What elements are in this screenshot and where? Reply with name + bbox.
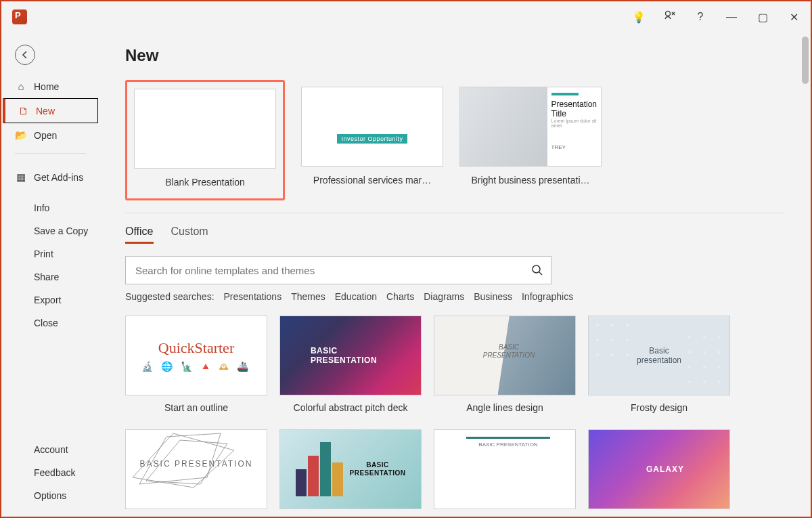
sidebar-item-label: Open (34, 130, 57, 141)
template-galaxy[interactable]: GALAXY Galaxy presentation (588, 429, 730, 517)
home-icon: ⌂ (15, 81, 27, 92)
app-window: 💡 ? — ▢ ✕ ⌂ Home 🗋 New 📂 Op (0, 0, 812, 518)
maximize-icon[interactable]: ▢ (757, 11, 769, 24)
template-caption: Dividend design (434, 516, 576, 517)
template-thumb: Basicpresentation (588, 316, 730, 395)
template-blank[interactable]: Blank Presentation (134, 89, 276, 188)
template-thumb: BASICPRESENTATION (279, 429, 422, 509)
template-thumb: QuickStarter 🔬 🌐 🗽 🔺 🕰 🚢 (125, 316, 267, 395)
sidebar-item-label: Save a Copy (34, 225, 88, 236)
template-angle[interactable]: BASICPRESENTATION Angle lines design (434, 316, 576, 413)
scrollbar[interactable] (798, 33, 811, 517)
template-quickstarter[interactable]: QuickStarter 🔬 🌐 🗽 🔺 🕰 🚢 Start an outlin… (125, 316, 267, 413)
sidebar-item-label: Close (34, 318, 58, 328)
template-caption: Minimalist presentation (125, 516, 267, 517)
sidebar-item-account[interactable]: Account (1, 438, 99, 461)
search-button[interactable] (528, 261, 546, 279)
suggested-link[interactable]: Business (474, 291, 512, 302)
template-colorful[interactable]: BASICPRESENTATION Colorful abstract pitc… (279, 316, 422, 413)
suggested-link[interactable]: Diagrams (424, 291, 464, 302)
template-caption: Galaxy presentation (588, 516, 730, 517)
svg-point-1 (533, 265, 540, 273)
template-caption: Bright business presentati… (471, 175, 589, 186)
sidebar-item-new[interactable]: 🗋 New (3, 98, 98, 123)
titlebar: 💡 ? — ▢ ✕ (1, 1, 811, 33)
tab-office[interactable]: Office (125, 225, 154, 244)
sidebar-item-savecopy[interactable]: Save a Copy (1, 219, 99, 242)
sidebar-item-label: Print (34, 249, 53, 259)
suggested-link[interactable]: Themes (291, 291, 325, 302)
template-architecture[interactable]: BASICPRESENTATION Architecture pitch dec… (279, 429, 422, 517)
template-caption: Colorful abstract pitch deck (279, 402, 422, 413)
sidebar-item-label: Info (34, 202, 49, 213)
addins-icon: ▦ (15, 171, 27, 184)
template-caption: Angle lines design (434, 402, 576, 413)
sidebar-item-close[interactable]: Close (1, 311, 99, 334)
template-bright[interactable]: Presentation Title Lorem ipsum dolor sit… (459, 87, 602, 186)
suggested-link[interactable]: Charts (386, 291, 414, 302)
sidebar-item-label: New (36, 106, 55, 116)
sidebar-item-label: Get Add-ins (34, 172, 83, 183)
suggested-searches: Suggested searches: Presentations Themes… (125, 291, 811, 302)
sidebar-item-home[interactable]: ⌂ Home (1, 74, 99, 98)
template-professional[interactable]: GENERAL SERVICES MARKETING PLAN Investor… (301, 87, 443, 186)
new-icon: 🗋 (17, 105, 29, 116)
sidebar-item-feedback[interactable]: Feedback (1, 461, 99, 484)
search-input[interactable] (125, 256, 551, 284)
sidebar-item-export[interactable]: Export (1, 288, 99, 311)
highlight-blank: Blank Presentation (125, 80, 285, 200)
sidebar: ⌂ Home 🗋 New 📂 Open ▦ Get Add-ins Info (1, 33, 99, 517)
sidebar-item-share[interactable]: Share (1, 265, 99, 288)
sidebar-item-label: Options (34, 490, 66, 501)
template-thumb: Presentation Title Lorem ipsum dolor sit… (459, 87, 602, 167)
template-thumb: GENERAL SERVICES MARKETING PLAN Investor… (301, 87, 443, 167)
template-thumb (134, 89, 276, 169)
template-caption: Start an outline (125, 402, 267, 413)
template-thumb: BASICPRESENTATION (434, 316, 576, 395)
sidebar-item-open[interactable]: 📂 Open (1, 123, 99, 148)
back-button[interactable] (15, 45, 35, 65)
page-title: New (125, 46, 811, 65)
template-caption: Architecture pitch deck (279, 516, 422, 517)
open-icon: 📂 (15, 129, 27, 142)
minimize-icon[interactable]: — (725, 11, 738, 23)
sidebar-item-getaddins[interactable]: ▦ Get Add-ins (1, 165, 99, 190)
svg-line-2 (539, 272, 542, 275)
lightbulb-icon[interactable]: 💡 (632, 11, 644, 24)
template-thumb: GALAXY (588, 429, 730, 509)
suggested-label: Suggested searches: (125, 291, 215, 302)
sidebar-item-label: Share (34, 272, 59, 282)
coming-soon-icon[interactable] (663, 9, 675, 25)
sidebar-item-label: Home (34, 81, 59, 92)
template-minimalist[interactable]: BASIC PRESENTATION Minimalist presentati… (125, 429, 267, 517)
template-thumb: BASIC PRESENTATION (125, 429, 267, 509)
template-thumb: BASICPRESENTATION (279, 316, 422, 395)
sidebar-item-label: Feedback (34, 467, 75, 478)
close-window-icon[interactable]: ✕ (788, 11, 800, 24)
sidebar-item-label: Export (34, 295, 61, 305)
svg-point-0 (666, 12, 671, 16)
sidebar-item-label: Account (34, 444, 68, 455)
content: New Blank Presentation GENERAL SERVICES … (99, 33, 811, 517)
scrollbar-thumb[interactable] (802, 37, 809, 84)
suggested-link[interactable]: Presentations (224, 291, 282, 302)
suggested-link[interactable]: Infographics (522, 291, 573, 302)
help-icon[interactable]: ? (694, 11, 706, 23)
template-caption: Professional services mar… (313, 175, 431, 186)
suggested-link[interactable]: Education (335, 291, 377, 302)
search-icon (531, 264, 543, 276)
powerpoint-icon (12, 9, 27, 24)
template-caption: Frosty design (588, 402, 730, 413)
sidebar-item-options[interactable]: Options (1, 484, 99, 507)
template-dividend[interactable]: BASIC PRESENTATION Dividend design (434, 429, 576, 517)
template-caption: Blank Presentation (165, 177, 245, 188)
template-thumb: BASIC PRESENTATION (434, 429, 576, 509)
sidebar-item-info[interactable]: Info (1, 196, 99, 219)
tab-custom[interactable]: Custom (171, 225, 208, 244)
template-frosty[interactable]: Basicpresentation Frosty design (588, 316, 730, 413)
sidebar-item-print[interactable]: Print (1, 242, 99, 265)
